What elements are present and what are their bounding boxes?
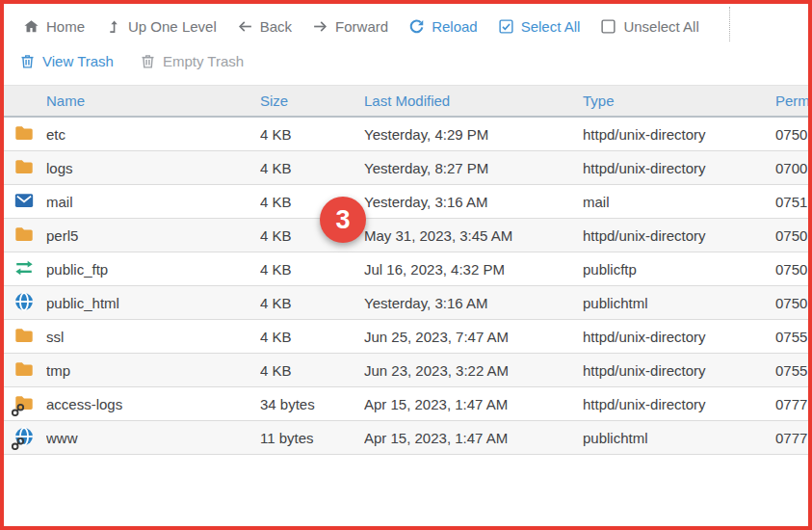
file-row-access-logs[interactable]: access-logs34 bytesApr 15, 2023, 1:47 AM…	[4, 387, 808, 421]
file-name[interactable]: mail	[46, 194, 260, 210]
toolbar-button-forward[interactable]: Forward	[312, 18, 388, 35]
file-icon-cell	[4, 426, 46, 450]
file-name[interactable]: access-logs	[46, 396, 260, 412]
toolbar-button-select-all[interactable]: Select All	[498, 18, 581, 35]
file-modified: Apr 15, 2023, 1:47 AM	[364, 396, 583, 412]
toolbar-button-back[interactable]: Back	[237, 18, 292, 35]
file-modified: Apr 15, 2023, 1:47 AM	[364, 430, 583, 446]
file-row-perl5[interactable]: perl54 KBMay 31, 2023, 3:45 AMhttpd/unix…	[4, 219, 808, 252]
file-name[interactable]: tmp	[46, 362, 260, 379]
toolbar-button-label: Back	[260, 18, 292, 35]
toolbar-button-home[interactable]: Home	[23, 18, 85, 35]
file-icon-cell	[4, 190, 46, 214]
file-row-public_html[interactable]: public_html4 KBYesterday, 3:16 AMpublich…	[4, 286, 808, 320]
toolbar-button-view-trash[interactable]: View Trash	[19, 53, 114, 69]
file-permissions: 0751	[775, 194, 808, 210]
file-row-public_ftp[interactable]: public_ftp4 KBJul 16, 2023, 4:32 PMpubli…	[4, 252, 808, 286]
file-permissions: 0750	[775, 126, 808, 143]
globe-icon	[13, 291, 35, 312]
column-header-name[interactable]: Name	[46, 93, 260, 109]
file-name[interactable]: ssl	[46, 329, 260, 345]
file-type: publichtml	[583, 430, 775, 446]
file-name[interactable]: public_html	[46, 295, 260, 311]
file-icon-cell	[4, 156, 46, 180]
file-row-logs[interactable]: logs4 KBYesterday, 8:27 PMhttpd/unix-dir…	[4, 151, 808, 185]
file-row-www[interactable]: www11 bytesApr 15, 2023, 1:47 AMpublicht…	[4, 421, 808, 455]
home-icon	[23, 18, 39, 35]
file-size: 34 bytes	[260, 396, 364, 412]
file-type: publichtml	[583, 295, 775, 311]
file-size: 4 KB	[260, 261, 364, 278]
file-icon-cell	[4, 291, 46, 315]
file-modified: Yesterday, 3:16 AM	[364, 295, 583, 311]
file-row-mail[interactable]: mail4 KBYesterday, 3:16 AMmail0751	[4, 185, 808, 219]
file-type: httpd/unix-directory	[583, 362, 775, 379]
file-modified: Jun 23, 2023, 3:22 AM	[364, 362, 583, 379]
file-permissions: 0755	[775, 362, 808, 379]
file-table-body: etc4 KBYesterday, 4:29 PMhttpd/unix-dire…	[4, 118, 808, 455]
level-up-icon	[105, 18, 121, 35]
file-name[interactable]: etc	[46, 126, 260, 143]
file-size: 4 KB	[260, 160, 364, 176]
file-icon-cell	[4, 358, 46, 383]
folder-icon	[13, 224, 35, 245]
annotation-badge-3: 3	[320, 197, 366, 243]
file-type: httpd/unix-directory	[583, 126, 775, 143]
column-header-last-modified[interactable]: Last Modified	[364, 93, 583, 109]
file-permissions: 0750	[775, 227, 808, 244]
arrow-right-icon	[312, 18, 328, 35]
file-type: httpd/unix-directory	[583, 329, 775, 345]
file-type: mail	[583, 194, 775, 210]
toolbar-button-label: Select All	[521, 18, 581, 35]
file-modified: Jun 25, 2023, 7:47 AM	[364, 329, 583, 345]
toolbar-button-reload[interactable]: Reload	[408, 18, 478, 35]
toolbar-button-label: View Trash	[42, 53, 114, 69]
toolbar-divider	[729, 7, 730, 41]
column-header-size[interactable]: Size	[260, 93, 364, 109]
file-row-ssl[interactable]: ssl4 KBJun 25, 2023, 7:47 AMhttpd/unix-d…	[4, 320, 808, 354]
file-row-tmp[interactable]: tmp4 KBJun 23, 2023, 3:22 AMhttpd/unix-d…	[4, 354, 808, 387]
file-icon-cell	[4, 392, 46, 416]
trash-icon	[19, 53, 36, 69]
link-overlay-icon	[11, 437, 25, 450]
checkbox-empty-icon	[600, 18, 616, 35]
file-modified: Yesterday, 4:29 PM	[364, 126, 583, 143]
file-row-etc[interactable]: etc4 KBYesterday, 4:29 PMhttpd/unix-dire…	[4, 118, 808, 151]
toolbar-button-label: Forward	[335, 18, 388, 35]
toolbar-button-up-one-level[interactable]: Up One Level	[105, 18, 217, 35]
file-icon-cell	[4, 325, 46, 349]
checkbox-checked-icon	[498, 18, 514, 35]
refresh-icon	[408, 18, 425, 35]
file-permissions: 0777	[775, 430, 808, 446]
file-permissions: 0777	[775, 396, 808, 412]
file-size: 11 bytes	[260, 430, 364, 446]
file-modified: Yesterday, 8:27 PM	[364, 160, 583, 176]
file-type: httpd/unix-directory	[583, 227, 775, 244]
toolbar-button-empty-trash[interactable]: Empty Trash	[140, 53, 244, 69]
column-header-type[interactable]: Type	[583, 93, 775, 109]
file-permissions: 0750	[775, 295, 808, 311]
file-name[interactable]: www	[46, 430, 260, 446]
arrow-left-icon	[237, 18, 253, 35]
file-table: NameSizeLast ModifiedTypePermissions etc…	[4, 85, 808, 455]
trash-icon	[140, 53, 156, 69]
globe-link-icon	[13, 426, 35, 447]
toolbar-button-label: Unselect All	[623, 18, 698, 35]
folder-icon	[13, 122, 35, 144]
file-permissions: 0700	[775, 160, 808, 176]
file-icon-cell	[4, 257, 46, 281]
file-name[interactable]: public_ftp	[46, 261, 260, 278]
toolbar-button-unselect-all[interactable]: Unselect All	[600, 18, 698, 35]
file-name[interactable]: perl5	[46, 227, 260, 244]
file-icon-cell	[4, 224, 46, 248]
file-type: publicftp	[583, 261, 775, 278]
file-modified: May 31, 2023, 3:45 AM	[364, 227, 583, 244]
column-header-permissions[interactable]: Permissions	[775, 93, 808, 109]
folder-icon	[13, 358, 35, 380]
file-permissions: 0755	[775, 329, 808, 345]
file-size: 4 KB	[260, 295, 364, 311]
file-manager-window: HomeUp One LevelBackForwardReloadSelect …	[0, 0, 812, 530]
file-name[interactable]: logs	[46, 160, 260, 176]
toolbar-row-2: View TrashEmpty Trash	[4, 43, 808, 79]
mail-icon	[13, 190, 35, 211]
